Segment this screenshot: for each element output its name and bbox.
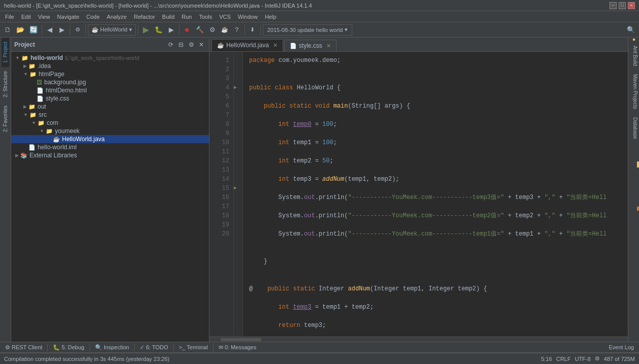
- stop-btn[interactable]: ■: [181, 24, 193, 36]
- forward-btn[interactable]: ▶: [56, 24, 68, 36]
- messages-label: 0: Messages: [225, 344, 256, 350]
- debug-tool[interactable]: 🐛 5: Debug: [50, 343, 87, 352]
- tree-out[interactable]: ▶ 📁 out: [11, 103, 209, 111]
- maximize-button[interactable]: □: [619, 2, 626, 9]
- sidebar-tab-favorites[interactable]: 2: Favorites: [2, 102, 9, 136]
- new-project-btn[interactable]: 🗋: [2, 24, 13, 36]
- event-log-tool[interactable]: Event Log: [605, 343, 637, 351]
- menu-edit[interactable]: Edit: [18, 13, 34, 21]
- close-button[interactable]: ✕: [628, 2, 635, 9]
- search-everywhere-btn[interactable]: 🔍: [625, 24, 637, 36]
- status-message: Compilation completed successfully in 3s…: [4, 356, 537, 362]
- com-folder-icon: 📁: [38, 120, 45, 126]
- tree-youmeek[interactable]: ▼ 📁 youmeek: [11, 127, 209, 135]
- rest-client-tool[interactable]: ⚙ REST Client: [2, 343, 45, 352]
- menu-run[interactable]: Run: [178, 13, 195, 21]
- line-ending[interactable]: CRLF: [556, 356, 571, 362]
- tree-idea-label: .idea: [38, 62, 51, 70]
- editor-content[interactable]: 1 2 3 4 5 6 7 8 9 10 11 12 13 14 15 16 1…: [209, 52, 628, 337]
- back-btn[interactable]: ◀: [44, 24, 55, 36]
- sidebar-tab-project[interactable]: 1: Project: [2, 38, 9, 67]
- vcs-update-btn[interactable]: ⬇: [247, 24, 258, 36]
- tree-com[interactable]: ▼ 📁 com: [11, 119, 209, 127]
- src-folder-icon: 📁: [29, 112, 37, 118]
- debug-btn[interactable]: 🐛: [153, 24, 165, 36]
- project-settings-btn[interactable]: ⚙: [187, 40, 196, 49]
- cursor-position[interactable]: 5:16: [541, 356, 552, 362]
- tools-btn[interactable]: ⚙: [207, 24, 218, 36]
- sync-btn[interactable]: 🔄: [27, 24, 40, 36]
- sidebar-tab-structure[interactable]: 2: Structure: [2, 67, 9, 102]
- gutter: ▶ ▶: [234, 52, 243, 337]
- bottom-sep-1: [47, 343, 48, 351]
- hscroll-thumb[interactable]: [221, 338, 261, 341]
- code-editor[interactable]: package com.youmeek.demo; public class H…: [243, 52, 628, 337]
- tree-htmlpage[interactable]: ▼ 📁 htmlPage: [11, 70, 209, 78]
- indent-settings-icon[interactable]: ⚙: [595, 355, 600, 362]
- tab-css-close[interactable]: ✕: [326, 43, 331, 49]
- inspection-tool[interactable]: 🔍 Inspection: [92, 343, 132, 352]
- tab-helloworld-close[interactable]: ✕: [273, 42, 278, 49]
- menu-view[interactable]: View: [35, 13, 53, 21]
- tree-iml-label: hello-world.iml: [38, 144, 77, 151]
- css-tab-icon: 📄: [290, 43, 297, 49]
- tab-helloworld-label: HelloWorld.java: [226, 42, 269, 49]
- horizontal-scrollbar[interactable]: [209, 337, 628, 342]
- menu-code[interactable]: Code: [83, 13, 103, 21]
- ant-build-tab[interactable]: Ant Build: [628, 42, 639, 70]
- bottom-sep-3: [134, 343, 135, 351]
- menu-tools[interactable]: Tools: [196, 13, 215, 21]
- run-btn[interactable]: ▶: [140, 24, 151, 36]
- tab-style-css[interactable]: 📄 style.css ✕: [284, 40, 337, 51]
- sdk-setup-btn[interactable]: ☕: [219, 24, 230, 36]
- terminal-tool[interactable]: >_ Terminal: [176, 343, 211, 351]
- menu-analyze[interactable]: Analyze: [104, 13, 130, 21]
- minimize-button[interactable]: ─: [610, 2, 617, 9]
- menu-navigate[interactable]: Navigate: [54, 13, 82, 21]
- tab-style-css-label: style.css: [299, 42, 322, 49]
- tree-style-css-label: style.css: [46, 95, 69, 102]
- project-close-btn[interactable]: ✕: [197, 40, 206, 49]
- tree-style-css[interactable]: ▶ 📄 style.css: [11, 94, 209, 103]
- tree-ext-libs-label: External Libraries: [29, 152, 77, 159]
- todo-tool[interactable]: ✓ 6: TODO: [137, 343, 171, 352]
- tree-root[interactable]: ▼ 📁 hello-world E:\git_work_space\hello-…: [11, 54, 209, 62]
- file-tree: ▼ 📁 hello-world E:\git_work_space\hello-…: [11, 52, 209, 342]
- menu-help[interactable]: Help: [262, 13, 280, 21]
- run-coverage-btn[interactable]: ▶: [166, 24, 177, 36]
- tree-idea[interactable]: ▶ 📁 .idea: [11, 62, 209, 70]
- open-btn[interactable]: 📂: [14, 24, 26, 36]
- vcs-commit-label: 2015-08-30 update hello world: [267, 27, 343, 33]
- tab-helloworld-java[interactable]: ☕ HelloWorld.java ✕: [211, 39, 283, 51]
- tree-iml[interactable]: ▶ 📄 hello-world.iml: [11, 143, 209, 151]
- encoding[interactable]: UTF-8: [575, 356, 591, 362]
- build-project-btn[interactable]: 🔨: [194, 24, 206, 36]
- messages-tool[interactable]: ✉ 0: Messages: [216, 343, 259, 352]
- vcs-commit-box[interactable]: 2015-08-30 update hello world ▾: [263, 24, 353, 36]
- tree-arrow-youmeek: ▼: [40, 128, 44, 134]
- tree-bg-jpg[interactable]: ▶ 🖼 background.jpg: [11, 78, 209, 86]
- project-collapse-btn[interactable]: ⊟: [176, 40, 186, 49]
- tree-arrow-root: ▼: [15, 55, 20, 60]
- build-btn[interactable]: ⚙: [72, 24, 83, 36]
- run-config-label: HelloWorld ▾: [100, 26, 132, 33]
- tree-htmldemo[interactable]: ▶ 📄 htmlDemo.html: [11, 86, 209, 94]
- project-sync-btn[interactable]: ⟳: [166, 40, 175, 49]
- run-config-dropdown[interactable]: ☕ HelloWorld ▾: [88, 24, 136, 36]
- menu-file[interactable]: File: [2, 13, 17, 21]
- tree-ext-libs[interactable]: ▶ 📚 External Libraries: [11, 151, 209, 159]
- tree-src[interactable]: ▼ 📁 src: [11, 111, 209, 119]
- menu-refactor[interactable]: Refactor: [131, 13, 158, 21]
- menu-window[interactable]: Window: [235, 13, 261, 21]
- menu-build[interactable]: Build: [159, 13, 177, 21]
- database-tab[interactable]: Database: [628, 113, 639, 143]
- tree-arrow-ext: ▶: [15, 153, 19, 158]
- help-btn[interactable]: ?: [231, 24, 242, 36]
- menu-vcs[interactable]: VCS: [216, 13, 234, 21]
- rest-client-icon: ⚙: [5, 344, 10, 351]
- maven-projects-tab[interactable]: Maven Projects: [628, 70, 639, 113]
- toolbar-sep-7: [260, 25, 261, 35]
- tree-helloworld-java[interactable]: ▶ ☕ HelloWorld.java: [11, 135, 209, 143]
- bottom-sep-5: [213, 343, 214, 351]
- window-controls: ─ □ ✕: [610, 2, 635, 9]
